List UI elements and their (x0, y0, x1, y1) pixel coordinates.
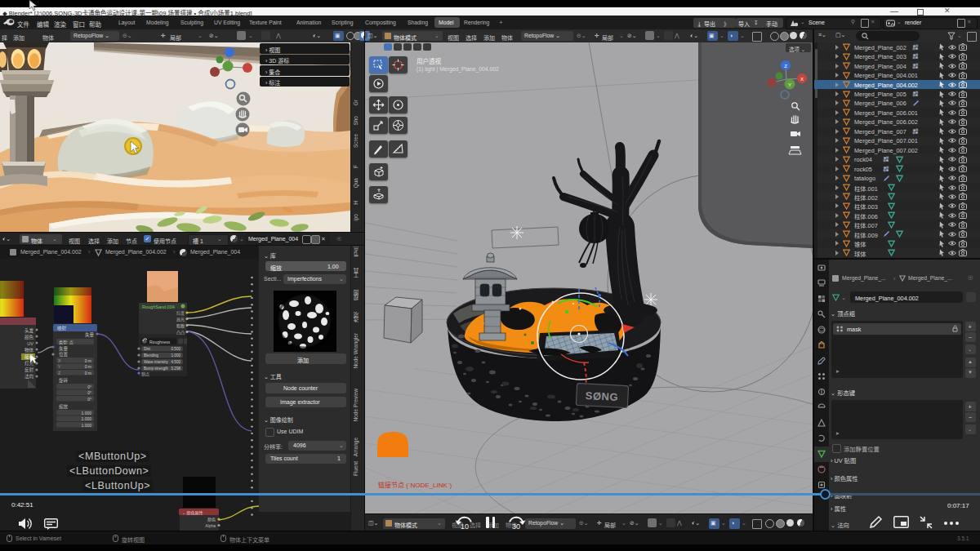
svg-text:旋转: 旋转 (59, 377, 69, 384)
svg-text:0.500: 0.500 (172, 347, 181, 351)
svg-text:位置: 位置 (59, 351, 69, 357)
svg-text:0 m: 0 m (85, 371, 91, 375)
svg-text:0°: 0° (87, 384, 91, 389)
svg-text:粗糗: 粗糗 (176, 323, 185, 329)
svg-text:0 m: 0 m (85, 358, 91, 363)
svg-text:0°: 0° (87, 390, 91, 395)
svg-text:失量: 失量 (59, 345, 69, 352)
svg-text:凸凸: 凸凸 (176, 330, 185, 335)
svg-text:物体: 物体 (24, 347, 34, 353)
svg-text:0.298: 0.298 (172, 367, 181, 371)
svg-text:X: X (800, 77, 804, 82)
svg-text:法向: 法向 (24, 373, 33, 380)
svg-text:⌄ 颜色属性: ⌄ 颜色属性 (182, 510, 203, 516)
svg-text:Blending: Blending (144, 353, 158, 358)
svg-text:SØNG: SØNG (585, 389, 618, 403)
svg-text:UV: UV (27, 341, 33, 346)
svg-text:红度: 红度 (176, 310, 185, 316)
svg-text:缩放: 缩放 (59, 403, 69, 410)
svg-text:反射: 反射 (24, 367, 34, 373)
svg-text:Alpha: Alpha (205, 523, 216, 528)
svg-text:Z: Z (58, 371, 60, 375)
svg-text:1.000: 1.000 (81, 416, 91, 421)
svg-text:Z: Z (784, 64, 787, 69)
svg-text:RoughSand.004: RoughSand.004 (142, 304, 175, 309)
svg-text:Bump strength: Bump strength (144, 367, 168, 371)
svg-text:类型: 点: 类型: 点 (59, 340, 74, 345)
svg-text:1.000: 1.000 (172, 353, 181, 358)
svg-text:4.500: 4.500 (172, 360, 181, 364)
svg-text:高光: 高光 (176, 317, 185, 322)
svg-text:链接节点 (`NODE_LINK`): 链接节点 (`NODE_LINK`) (378, 481, 452, 489)
svg-text:1.000: 1.000 (81, 423, 91, 428)
svg-text:头发: 头发 (24, 327, 34, 334)
svg-text:Wave intensity: Wave intensity (144, 360, 168, 364)
svg-text:0°: 0° (87, 397, 91, 402)
svg-text:颜色: 颜色 (24, 334, 34, 340)
svg-text:0 m: 0 m (85, 364, 91, 369)
svg-text:颜色: 颜色 (207, 517, 216, 522)
svg-text:映射: 映射 (57, 325, 67, 331)
svg-text:Dist: Dist (144, 347, 151, 351)
svg-text:Roughness: Roughness (149, 340, 171, 344)
svg-text:灯光: 灯光 (24, 360, 34, 367)
svg-text:失量: 失量 (85, 331, 95, 338)
svg-text:1.000: 1.000 (81, 411, 91, 415)
svg-text:Y: Y (788, 82, 791, 87)
svg-text:割点: 割点 (141, 371, 149, 377)
